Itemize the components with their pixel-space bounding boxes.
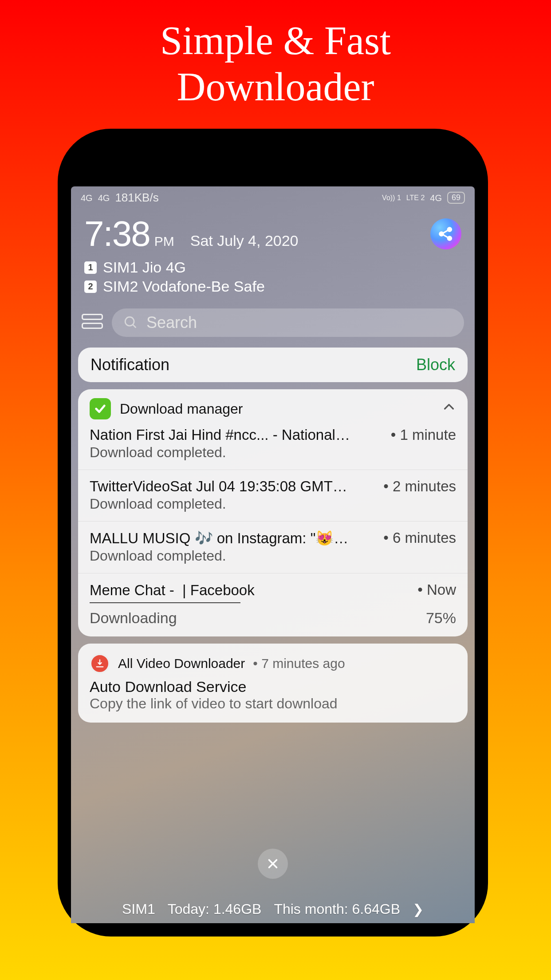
download-item[interactable]: TwitterVideoSat Jul 04 19:35:08 GMT… • 2…	[78, 470, 468, 521]
download-item-status: Download completed.	[90, 548, 456, 564]
sim-info: 1 SIM1 Jio 4G 2 SIM2 Vodafone-Be Safe	[71, 254, 475, 295]
progress-divider	[90, 602, 240, 603]
clock-row: 7:38 PM Sat July 4, 2020	[71, 209, 475, 254]
sim-chip-icon: 2	[84, 281, 97, 293]
promo-headline: Simple & Fast Downloader	[0, 18, 551, 110]
signal-4g-icon: 4G	[81, 194, 93, 202]
search-placeholder: Search	[146, 313, 197, 332]
block-button[interactable]: Block	[416, 356, 455, 374]
sim-row: 2 SIM2 Vodafone-Be Safe	[84, 278, 461, 295]
svg-line-3	[443, 230, 448, 233]
data-usage-month: This month: 6.64GB	[274, 901, 400, 917]
signal-4g-icon: 4G	[98, 194, 110, 202]
download-item-time: • 2 minutes	[383, 478, 456, 495]
video-downloader-header: All Video Downloader • 7 minutes ago	[78, 644, 468, 676]
status-bar: 4G 4G 181KB/s Vo)) 1 LTE 2 4G 69	[71, 186, 475, 209]
network-speed: 181KB/s	[115, 191, 158, 205]
download-item-title: Nation First Jai Hind #ncc... - National…	[90, 427, 350, 443]
search-row: Search	[71, 295, 475, 348]
sim-row: 1 SIM1 Jio 4G	[84, 259, 461, 276]
clock: 7:38 PM Sat July 4, 2020	[84, 213, 299, 254]
video-downloader-subtitle: Copy the link of video to start download	[78, 695, 468, 723]
svg-line-6	[133, 324, 136, 328]
svg-point-5	[125, 317, 134, 326]
download-manager-app-icon	[90, 398, 111, 419]
close-notifications-button[interactable]	[258, 849, 288, 879]
download-item-title: Meme Chat - ￼ | Facebook	[90, 581, 255, 599]
search-input[interactable]: Search	[112, 308, 464, 337]
download-progress-row: Downloading 75%	[78, 608, 468, 636]
data-usage-sim: SIM1	[122, 901, 155, 917]
battery-indicator: 69	[447, 192, 465, 204]
download-item[interactable]: MALLU MUSIQ 🎶 on Instagram: "😻… • 6 minu…	[78, 521, 468, 573]
download-item-status: Download completed.	[90, 444, 456, 461]
download-item-status: Download completed.	[90, 496, 456, 512]
volte-indicator: Vo)) 1	[382, 194, 401, 202]
chevron-up-icon[interactable]	[442, 400, 456, 418]
clock-date: Sat July 4, 2020	[190, 232, 299, 249]
close-icon	[265, 856, 280, 871]
phone-screen: 4G 4G 181KB/s Vo)) 1 LTE 2 4G 69 7:38 PM…	[71, 186, 475, 923]
download-item-time: • 1 minute	[391, 427, 456, 443]
download-item[interactable]: Meme Chat - ￼ | Facebook • Now	[78, 573, 468, 602]
video-downloader-time: • 7 minutes ago	[253, 656, 345, 671]
data-usage-bar[interactable]: SIM1 Today: 1.46GB This month: 6.64GB ❯	[71, 895, 475, 923]
download-item-title: MALLU MUSIQ 🎶 on Instagram: "😻…	[90, 530, 348, 547]
clock-time: 7:38	[84, 213, 150, 254]
download-manager-header[interactable]: Download manager	[78, 389, 468, 422]
layout-toggle-icon[interactable]	[82, 314, 103, 332]
video-downloader-app-icon	[90, 653, 110, 674]
download-item-time: • Now	[417, 581, 456, 599]
phone-frame: 4G 4G 181KB/s Vo)) 1 LTE 2 4G 69 7:38 PM…	[58, 129, 488, 937]
download-item[interactable]: Nation First Jai Hind #ncc... - National…	[78, 422, 468, 470]
headline-text: Simple & Fast Downloader	[160, 19, 391, 109]
video-downloader-title: Auto Download Service	[78, 676, 468, 695]
sim-label: SIM2 Vodafone-Be Safe	[103, 278, 265, 295]
signal-4g-icon: 4G	[430, 194, 442, 202]
chevron-right-icon: ❯	[413, 901, 424, 917]
download-item-title: TwitterVideoSat Jul 04 19:35:08 GMT…	[90, 478, 347, 495]
sim-label: SIM1 Jio 4G	[103, 259, 186, 276]
notification-title: Notification	[91, 356, 169, 374]
download-manager-card[interactable]: Download manager Nation First Jai Hind #…	[78, 389, 468, 636]
lte-indicator: LTE 2	[406, 194, 425, 202]
sim-chip-icon: 1	[84, 261, 97, 274]
download-progress-label: Downloading	[90, 609, 177, 627]
notification-header-card: Notification Block	[78, 348, 468, 382]
search-icon	[123, 315, 138, 330]
video-downloader-card[interactable]: All Video Downloader • 7 minutes ago Aut…	[78, 644, 468, 723]
download-progress-value: 75%	[426, 609, 456, 627]
data-usage-today: Today: 1.46GB	[168, 901, 262, 917]
video-downloader-app-name: All Video Downloader	[118, 656, 245, 671]
clock-ampm: PM	[154, 234, 174, 249]
share-orb-icon[interactable]	[430, 218, 461, 249]
svg-line-4	[443, 235, 448, 238]
download-item-time: • 6 minutes	[383, 530, 456, 547]
download-manager-app-name: Download manager	[120, 401, 243, 417]
